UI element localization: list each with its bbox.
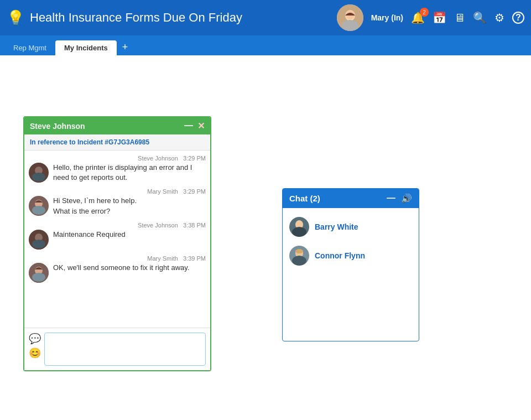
svg-point-7 bbox=[32, 173, 45, 182]
msg-avatar-mary-2 bbox=[29, 263, 49, 283]
message-group-2: Mary Smith 3:29 PM Hi Steve, I`m here to… bbox=[29, 188, 206, 216]
msg-text-3: Maintenance Required bbox=[53, 230, 126, 240]
svg-point-16 bbox=[32, 273, 45, 282]
page-title: Health Insurance Forms Due On Friday bbox=[30, 11, 331, 25]
user-name: Mary (In) bbox=[371, 13, 403, 22]
incident-id[interactable]: Incident #G7JG3A6985 bbox=[77, 138, 149, 146]
chat-list-title: Chat (2) — 🔊 bbox=[283, 189, 419, 208]
chat-title-bar-steve: Steve Johnson — ✕ bbox=[24, 117, 210, 134]
minimize-button-steve[interactable]: — bbox=[184, 121, 193, 131]
svg-point-13 bbox=[32, 240, 45, 248]
msg-avatar-steve-2 bbox=[29, 230, 49, 250]
svg-point-22 bbox=[292, 256, 306, 266]
calendar-icon[interactable]: 📅 bbox=[433, 11, 446, 24]
msg-avatar-steve-1 bbox=[29, 163, 49, 183]
msg-row-2: Hi Steve, I`m here to help.What is the e… bbox=[29, 196, 206, 216]
avatar[interactable] bbox=[337, 4, 363, 31]
notification-badge: 2 bbox=[420, 8, 429, 17]
chat-list-body: Barry White Connor Flynn bbox=[283, 208, 419, 341]
chat-list-window: Chat (2) — 🔊 Barry White bbox=[282, 188, 419, 341]
svg-point-23 bbox=[295, 249, 303, 253]
msg-meta-4: Mary Smith 3:39 PM bbox=[29, 255, 206, 262]
svg-point-2 bbox=[342, 20, 358, 31]
tab-my-incidents[interactable]: My Incidents bbox=[55, 40, 117, 55]
message-group-3: Steve Johnson 3:38 PM Maintenance Requir… bbox=[29, 222, 206, 250]
message-input[interactable] bbox=[44, 333, 206, 366]
chat-list-heading: Chat (2) bbox=[289, 194, 320, 203]
svg-point-10 bbox=[32, 206, 45, 215]
chat-name-barry: Barry White bbox=[315, 222, 358, 231]
tab-rep-mgmt[interactable]: Rep Mgmt bbox=[4, 40, 55, 55]
msg-meta-3: Steve Johnson 3:38 PM bbox=[29, 222, 206, 229]
msg-row-1: Hello, the printer is displaying an erro… bbox=[29, 163, 206, 183]
minimize-button-chat-list[interactable]: — bbox=[387, 193, 395, 204]
gear-icon[interactable]: ⚙ bbox=[494, 11, 504, 24]
msg-meta-1: Steve Johnson 3:29 PM bbox=[29, 155, 206, 162]
incident-ref: In reference to Incident #G7JG3A6985 bbox=[24, 134, 210, 151]
msg-text-4: OK, we'll send someone to fix it right a… bbox=[53, 263, 189, 273]
search-icon[interactable]: 🔍 bbox=[473, 11, 487, 24]
help-icon[interactable]: ? bbox=[512, 12, 524, 24]
sound-icon[interactable]: 🔊 bbox=[401, 193, 412, 204]
input-icons: 💬 😊 bbox=[29, 333, 41, 359]
chat-title-steve: Steve Johnson bbox=[30, 122, 85, 131]
msg-row-4: OK, we'll send someone to fix it right a… bbox=[29, 263, 206, 283]
bell-icon[interactable]: 🔔 2 bbox=[411, 11, 425, 24]
msg-row-3: Maintenance Required bbox=[29, 230, 206, 250]
message-group-1: Steve Johnson 3:29 PM Hello, the printer… bbox=[29, 155, 206, 183]
close-button-steve[interactable]: ✕ bbox=[197, 121, 205, 131]
user-area: Mary (In) 🔔 2 📅 🖥 🔍 ⚙ ? bbox=[337, 4, 524, 31]
chat-person-barry[interactable]: Barry White bbox=[283, 212, 419, 241]
tabs-bar: Rep Mgmt My Incidents + bbox=[0, 35, 531, 55]
emoji-icon[interactable]: 😊 bbox=[29, 347, 41, 359]
chat-list-controls: — 🔊 bbox=[387, 193, 412, 204]
chat-input-area: 💬 😊 bbox=[24, 328, 210, 370]
main-area: Steve Johnson — ✕ In reference to Incide… bbox=[0, 55, 531, 420]
chat-name-connor: Connor Flynn bbox=[315, 251, 365, 260]
chat-person-connor[interactable]: Connor Flynn bbox=[283, 241, 419, 270]
message-group-4: Mary Smith 3:39 PM OK, we'll send someon… bbox=[29, 255, 206, 283]
msg-text-1: Hello, the printer is displaying an erro… bbox=[53, 163, 206, 183]
chat-avatar-connor bbox=[289, 246, 309, 266]
svg-point-19 bbox=[292, 227, 306, 237]
monitor-icon[interactable]: 🖥 bbox=[454, 12, 465, 24]
chat-icon[interactable]: 💬 bbox=[29, 333, 41, 345]
msg-text-2: Hi Steve, I`m here to help.What is the e… bbox=[53, 196, 137, 216]
tab-add-button[interactable]: + bbox=[117, 39, 134, 55]
chat-avatar-barry bbox=[289, 217, 309, 237]
msg-avatar-mary-1 bbox=[29, 196, 49, 216]
header: 💡 Health Insurance Forms Due On Friday M… bbox=[0, 0, 531, 35]
msg-meta-2: Mary Smith 3:29 PM bbox=[29, 188, 206, 195]
chat-window-steve: Steve Johnson — ✕ In reference to Incide… bbox=[23, 116, 211, 371]
chat-controls-steve: — ✕ bbox=[184, 121, 205, 131]
bulb-icon: 💡 bbox=[7, 9, 24, 27]
messages-area[interactable]: Steve Johnson 3:29 PM Hello, the printer… bbox=[24, 151, 210, 328]
